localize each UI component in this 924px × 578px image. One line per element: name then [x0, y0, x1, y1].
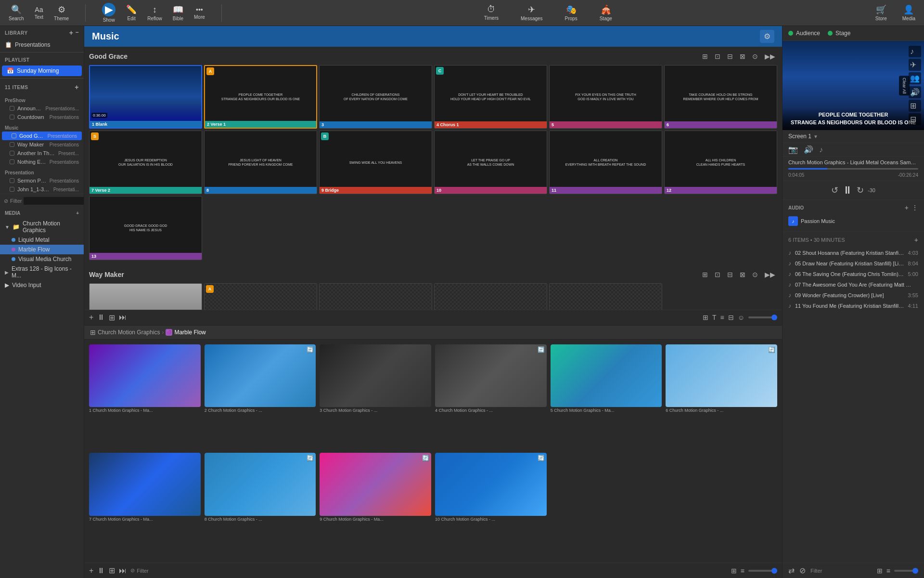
- slide-3[interactable]: CHILDREN OF GENERATIONSOF EVERY NATION O…: [319, 65, 432, 129]
- minus-30-button[interactable]: -30: [868, 187, 875, 193]
- media-item-6[interactable]: 🔄 6 Church Motion Graphics - ...: [666, 344, 777, 449]
- grid-view-right[interactable]: ⊞: [877, 567, 883, 575]
- slide-10[interactable]: LET THE PRAISE GO UPAS THE WALLS COME DO…: [434, 131, 547, 194]
- good-grace-ctrl-4[interactable]: ⊠: [738, 52, 747, 61]
- right-zoom-slider[interactable]: [894, 570, 918, 572]
- fast-forward-button[interactable]: ↻: [857, 185, 864, 196]
- playlist-item-6[interactable]: ♪ 11 You Found Me (Featuring Kristian St…: [788, 301, 918, 311]
- preview-volume-btn[interactable]: 🔊: [909, 86, 921, 98]
- playlist-item-3[interactable]: ♪ 06 The Saving One (Featuring Chris Tom…: [788, 269, 918, 279]
- sidebar-item-way-maker[interactable]: Way Maker Presentations: [0, 140, 84, 149]
- video-progress-bar[interactable]: [788, 168, 918, 170]
- shuffle-button[interactable]: ⇄: [788, 566, 795, 575]
- props-button[interactable]: 🎭 Props: [561, 2, 581, 23]
- media-item-8[interactable]: 🔄 8 Church Motion Graphics - ...: [205, 453, 316, 558]
- sort-view-button[interactable]: ⊟: [728, 314, 734, 321]
- wm-slide-3[interactable]: I WORSHIP YOUI WORSHIP YOU 3: [319, 283, 432, 310]
- way-maker-ctrl-3[interactable]: ⊟: [725, 270, 735, 279]
- playlist-item-2[interactable]: ♪ 05 Draw Near (Featuring Kristian Stanf…: [788, 258, 918, 269]
- slide-5[interactable]: FIX YOUR EYES ON THIS ONE TRUTHGOD IS MA…: [549, 65, 662, 129]
- media-item-1[interactable]: 1 Church Motion Graphics - Ma...: [89, 344, 201, 449]
- rp-volume-icon[interactable]: 🔊: [804, 145, 813, 154]
- media-item-5[interactable]: 5 Church Motion Graphics - Ma...: [551, 344, 662, 449]
- media-list-view[interactable]: ≡: [741, 567, 744, 575]
- sidebar-item-sermon-points[interactable]: Sermon Points Presentations: [0, 176, 84, 185]
- edit-button[interactable]: ✏️ Edit: [122, 2, 141, 23]
- sidebar-item-john[interactable]: John 1_1-3 (ASB) Presentati...: [0, 185, 84, 194]
- good-grace-ctrl-6[interactable]: ▶▶: [763, 52, 777, 61]
- clear-all-button[interactable]: Clear All: [899, 76, 910, 96]
- sidebar-item-nothing-else[interactable]: Nothing Else Presentations: [0, 158, 84, 166]
- grid-button[interactable]: ⊞: [109, 313, 115, 322]
- media-tree-visual-media[interactable]: Visual Media Church: [0, 254, 84, 264]
- slide-2[interactable]: A PEOPLE COME TOGETHERSTRANGE AS NEIGHBO…: [204, 65, 317, 129]
- way-maker-ctrl-4[interactable]: ⊠: [738, 270, 747, 279]
- slide-12[interactable]: ALL HIS CHILDRENCLEAN HANDS PURE HEARTS …: [664, 131, 777, 194]
- preview-settings-btn[interactable]: ⊟: [909, 113, 921, 125]
- add-slide-button[interactable]: +: [89, 313, 93, 322]
- rp-video-icon[interactable]: 📷: [788, 145, 798, 154]
- slide-13[interactable]: GOOD GRACE GOOD GODHIS NAME IS JESUS 13: [89, 196, 202, 260]
- audio-options-button[interactable]: ⋮: [911, 204, 918, 211]
- sidebar-item-countdown[interactable]: Countdown Presentations: [0, 113, 84, 121]
- rewind-button[interactable]: ↺: [831, 185, 838, 196]
- pause-button[interactable]: ⏸: [97, 313, 105, 322]
- settings-button[interactable]: ⚙: [760, 30, 774, 43]
- slide-11[interactable]: ALL CREATIONEVERYTHING WITH BREATH REPEA…: [549, 131, 662, 194]
- breadcrumb-church-motion[interactable]: Church Motion Graphics: [98, 329, 160, 336]
- media-tree-extras[interactable]: ▶ Extras 128 - Big Icons - M...: [0, 264, 84, 280]
- list-view-button[interactable]: ≡: [720, 314, 724, 321]
- media-item-2[interactable]: 🔄 2 Church Motion Graphics - ...: [205, 344, 316, 449]
- slide-6[interactable]: TAKE COURAGE HOLD ON BE STRONGREMEMBER W…: [664, 65, 777, 129]
- playlist-item-1[interactable]: ♪ 02 Shout Hosanna (Featuring Kristian S…: [788, 248, 918, 258]
- sidebar-item-another-in-fire[interactable]: Another In The Fire Present...: [0, 149, 84, 158]
- screen-select[interactable]: Screen 1 ▼: [783, 130, 924, 143]
- text-view-button[interactable]: T: [712, 314, 717, 321]
- media-add-button-bottom[interactable]: +: [89, 566, 93, 575]
- media-tree-church-motion[interactable]: ▼ 📁 Church Motion Graphics: [0, 219, 84, 235]
- way-maker-ctrl-6[interactable]: ▶▶: [763, 270, 777, 279]
- good-grace-ctrl-1[interactable]: ⊞: [700, 52, 710, 61]
- wm-slide-5[interactable]: I WORSHIP YOUI WORSHIP YOU 5: [549, 283, 662, 310]
- filter-input[interactable]: [24, 197, 84, 205]
- sidebar-item-announcements[interactable]: Announcements Presentations...: [0, 104, 84, 113]
- emoji-view-button[interactable]: ☺: [738, 314, 744, 321]
- good-grace-ctrl-5[interactable]: ⊙: [750, 52, 760, 61]
- media-zoom-slider[interactable]: [748, 570, 777, 572]
- rp-music-icon[interactable]: ♪: [819, 145, 823, 154]
- way-maker-ctrl-2[interactable]: ⊡: [713, 270, 722, 279]
- wm-slide-2[interactable]: A YOU ARE HEREMOVING IN OUR MIDST 2 Vers…: [204, 283, 317, 310]
- show-button[interactable]: ▶ Show: [98, 1, 119, 25]
- preview-nav-btn[interactable]: ✈: [909, 59, 921, 71]
- media-tree-video-input[interactable]: ▶ Video Input: [0, 280, 84, 290]
- way-maker-ctrl-1[interactable]: ⊞: [700, 270, 710, 279]
- sidebar-item-presentations[interactable]: 📋 Presentations: [0, 39, 84, 50]
- playlist-item-5[interactable]: ♪ 09 Wonder (Featuring Crowder) [Live] 3…: [788, 290, 918, 301]
- good-grace-ctrl-2[interactable]: ⊡: [713, 52, 722, 61]
- library-collapse-button[interactable]: −: [75, 29, 79, 37]
- media-item-3[interactable]: 3 Church Motion Graphics - ...: [320, 344, 431, 449]
- media-tree-marble-flow[interactable]: Marble Flow: [0, 245, 84, 254]
- slide-8[interactable]: JESUS LIGHT OF HEAVENFRIEND FOREVER HIS …: [204, 131, 317, 194]
- media-tree-liquid-metal[interactable]: Liquid Metal: [0, 235, 84, 245]
- list-view-right[interactable]: ≡: [886, 567, 890, 575]
- media-item-7[interactable]: 7 Church Motion Graphics - Ma...: [89, 453, 201, 558]
- timers-button[interactable]: ⏱ Timers: [480, 2, 502, 23]
- text-button[interactable]: Aa Text: [31, 4, 47, 22]
- media-account-button[interactable]: 👤 Media: [898, 2, 919, 23]
- filter-button-right[interactable]: ⊘: [799, 566, 806, 575]
- bible-button[interactable]: 📖 Bible: [169, 2, 187, 23]
- preview-grid-btn[interactable]: ⊞: [909, 100, 921, 112]
- media-pause-button[interactable]: ⏸: [97, 566, 105, 575]
- media-skip-btn[interactable]: ⏭: [119, 566, 127, 575]
- wm-slide-4[interactable]: YOU ARE HEREWORKING IN THIS PLACE 4: [434, 283, 547, 310]
- store-button[interactable]: 🛒 Store: [872, 2, 891, 23]
- media-item-9[interactable]: 🔄 9 Church Motion Graphics - Ma...: [320, 453, 431, 558]
- slide-7[interactable]: S JESUS OUR REDEMPTIONOUR SALVATION IS I…: [89, 131, 202, 194]
- theme-button[interactable]: ⚙ Theme: [50, 2, 73, 23]
- breadcrumb-back-icon[interactable]: ⊞: [90, 328, 96, 336]
- preview-group-btn[interactable]: 👥: [909, 72, 921, 84]
- messages-button[interactable]: ✈ Messages: [517, 2, 547, 23]
- reflow-button[interactable]: ↕ Reflow: [143, 3, 166, 23]
- preview-music-btn[interactable]: ♪: [909, 46, 921, 57]
